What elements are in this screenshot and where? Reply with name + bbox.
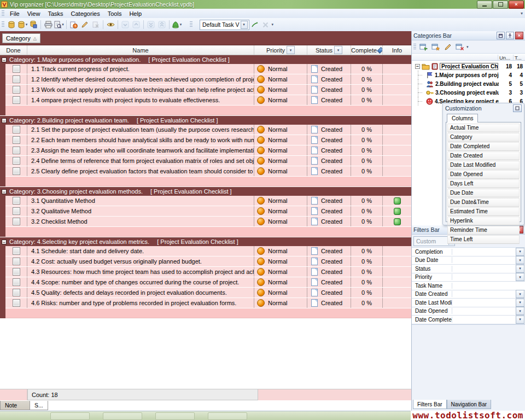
category-group-row[interactable]: −Category: 2.Building project evaluation… xyxy=(0,116,411,125)
column-header-priority[interactable]: Priority▾ xyxy=(254,45,307,55)
print-icon[interactable] xyxy=(43,19,54,30)
task-checkbox[interactable] xyxy=(13,207,20,215)
customization-column-item[interactable]: Due Date xyxy=(447,189,520,197)
filter-value-field[interactable] xyxy=(452,282,525,290)
task-row[interactable]: 2.5 Clearly define project evaluation fa… xyxy=(0,166,411,177)
task-checkbox[interactable] xyxy=(13,136,20,144)
filter-dropdown-icon[interactable]: ▾ xyxy=(516,290,524,298)
task-row[interactable]: 1.4 ompare project results with project … xyxy=(0,95,411,106)
task-checkbox[interactable] xyxy=(13,86,20,94)
status-filter-dropdown-icon[interactable]: ▾ xyxy=(334,46,342,54)
clear-view-icon[interactable] xyxy=(260,19,271,30)
customization-column-item[interactable]: Estimated Time xyxy=(447,207,520,216)
task-checkbox[interactable] xyxy=(13,96,20,104)
task-checkbox[interactable] xyxy=(13,126,20,133)
filter-value-field[interactable] xyxy=(452,256,516,265)
customization-column-item[interactable]: Hyperlink xyxy=(447,217,520,225)
task-row[interactable]: 4.2 Cost: actually used budget versus or… xyxy=(0,256,411,267)
apply-view-icon[interactable] xyxy=(249,19,260,30)
filter-dropdown-icon[interactable]: ▾ xyxy=(516,248,524,256)
tab-columns[interactable]: Columns xyxy=(447,114,478,122)
filter-value-field[interactable] xyxy=(452,299,516,307)
menu-view[interactable]: View xyxy=(24,10,44,18)
task-checkbox[interactable] xyxy=(13,197,20,205)
task-row[interactable]: 4.4 Scope: number and type of changes oc… xyxy=(0,277,411,288)
new-category-icon[interactable] xyxy=(418,42,430,52)
collapse-icon[interactable]: − xyxy=(2,189,7,194)
tab-note[interactable]: Note xyxy=(0,401,30,410)
customization-column-item[interactable]: Category xyxy=(447,133,520,142)
category-group-row[interactable]: −Category: 1.Major purposes of project e… xyxy=(0,55,411,64)
edit-category-icon[interactable] xyxy=(442,42,454,52)
filter-dropdown-icon[interactable]: ▾ xyxy=(516,256,524,264)
task-checkbox[interactable] xyxy=(13,299,20,307)
notification-icon[interactable]: ▾ xyxy=(171,19,182,30)
task-row[interactable]: 1.3 Work out and apply project evaluatio… xyxy=(0,85,411,95)
customization-column-item[interactable]: Date Last Modified xyxy=(447,161,520,170)
note-icon[interactable] xyxy=(394,208,401,215)
customization-column-item[interactable]: Time Left xyxy=(447,235,520,244)
tree-category-row[interactable]: 3.Choosing project evalua33 xyxy=(412,88,525,97)
filter-dropdown-icon[interactable]: ▾ xyxy=(516,299,524,307)
column-header-complete[interactable]: Complete xyxy=(351,45,383,55)
minimize-button[interactable] xyxy=(477,1,492,9)
filter-dropdown-icon[interactable]: ▾ xyxy=(516,273,524,281)
category-group-row[interactable]: −Category: 4.Selecting key project evalu… xyxy=(0,237,411,246)
filter-value-field[interactable] xyxy=(452,290,516,299)
move-top-icon[interactable] xyxy=(156,19,167,30)
task-checkbox[interactable] xyxy=(13,147,20,154)
task-row[interactable]: 4.1 Schedule: start date and delivery da… xyxy=(0,246,411,256)
task-checkbox[interactable] xyxy=(13,268,20,276)
recent-database-icon[interactable]: ▾ xyxy=(17,19,28,30)
task-row[interactable]: 1.2 Identify whether desired outcomes ha… xyxy=(0,74,411,85)
filter-dropdown-icon[interactable]: ▾ xyxy=(516,265,524,273)
task-checkbox[interactable] xyxy=(13,289,20,296)
customization-close-button[interactable] xyxy=(513,104,522,112)
customization-column-item[interactable]: Date Opened xyxy=(447,170,520,179)
task-row[interactable]: 4.5 Quality: defects and delays recorded… xyxy=(0,288,411,298)
delete-category-icon[interactable] xyxy=(454,42,466,52)
customization-column-item[interactable]: Date Completed xyxy=(447,142,520,151)
filter-value-field[interactable] xyxy=(452,265,516,273)
panel-tab-navigation-bar[interactable]: Navigation Bar xyxy=(447,400,492,409)
task-checkbox[interactable] xyxy=(13,278,20,286)
menu-tasks[interactable]: Tasks xyxy=(44,10,67,18)
task-view-dropdown-icon[interactable]: ▾ xyxy=(241,21,248,29)
filter-value-field[interactable] xyxy=(452,248,516,256)
task-row[interactable]: 4.3 Resources: how much time project tea… xyxy=(0,267,411,277)
categories-restore-button[interactable] xyxy=(497,32,505,39)
tree-category-row[interactable]: 2.Building project evaluat55 xyxy=(412,79,525,88)
task-row[interactable]: 2.2 Each team members should have analyt… xyxy=(0,135,411,145)
menu-categories[interactable]: Categories xyxy=(67,10,104,18)
column-header-done[interactable]: Done xyxy=(0,45,27,55)
print-preview-icon[interactable]: ▾ xyxy=(54,19,65,30)
toolbar-more-icon[interactable]: ▾ xyxy=(272,22,274,27)
menubar-overflow-icon[interactable]: ▾ xyxy=(521,11,523,16)
filter-dropdown-icon[interactable]: ▾ xyxy=(516,307,524,315)
undone-column-header[interactable]: Un... xyxy=(498,55,513,61)
tree-expand-icon[interactable]: − xyxy=(415,64,420,69)
menu-help[interactable]: Help xyxy=(125,10,145,18)
categories-pin-button[interactable] xyxy=(506,32,514,39)
note-icon[interactable] xyxy=(394,197,401,205)
task-checkbox[interactable] xyxy=(13,157,20,165)
tree-root-label[interactable]: Project Evaluation Checkl xyxy=(440,63,498,70)
task-row[interactable]: 2.4 Define terms of reference that form … xyxy=(0,156,411,166)
column-header-status[interactable]: Status▾ xyxy=(307,45,351,55)
task-row[interactable]: 3.2 Checklist MethodNormalCreated0 % xyxy=(0,217,411,227)
menu-tools[interactable]: Tools xyxy=(104,10,126,18)
task-checkbox[interactable] xyxy=(13,75,20,83)
customization-column-item[interactable]: Actual Time xyxy=(447,124,520,132)
close-button[interactable]: × xyxy=(509,1,524,9)
panel-tab-filters-bar[interactable]: Filters Bar xyxy=(413,400,447,409)
filter-value-field[interactable] xyxy=(452,316,516,324)
view-task-icon[interactable] xyxy=(105,19,116,30)
note-icon[interactable] xyxy=(394,218,401,225)
customization-column-item[interactable]: Days Left xyxy=(447,179,520,188)
tree-root-row[interactable]: −Project Evaluation Checkl1818 xyxy=(412,62,525,71)
column-header-name[interactable]: Name xyxy=(27,45,254,55)
collapse-icon[interactable]: − xyxy=(2,57,7,62)
move-up-icon[interactable] xyxy=(131,19,142,30)
delete-task-icon[interactable] xyxy=(90,19,101,30)
filter-dropdown-icon[interactable]: ▾ xyxy=(516,316,524,324)
